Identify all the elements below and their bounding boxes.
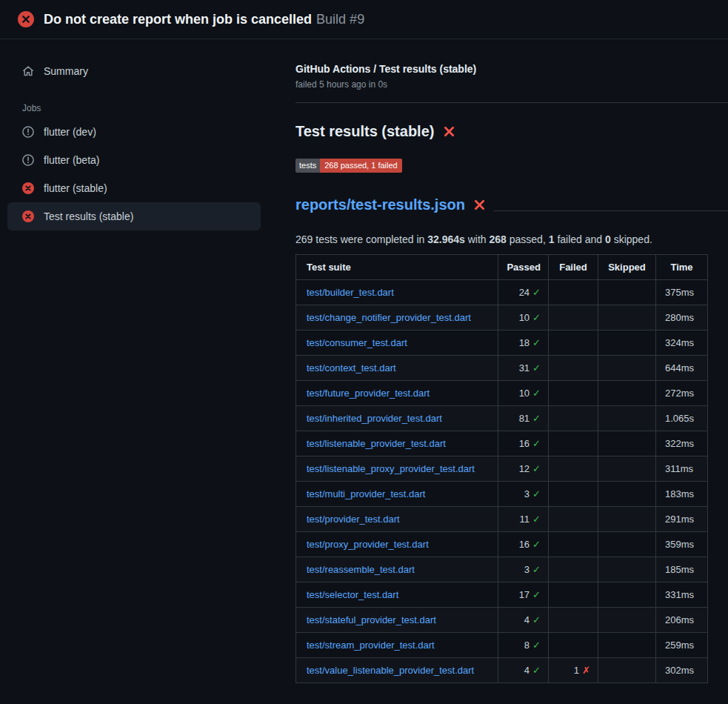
failed-cell: [549, 481, 598, 506]
time-cell: 359ms: [656, 531, 708, 557]
build-failed-icon: [18, 11, 34, 27]
time-cell: 272ms: [656, 380, 708, 405]
table-row: test/stream_provider_test.dart 8✓ 259ms: [296, 632, 708, 657]
table-row: test/inherited_provider_test.dart 81✓ 1.…: [296, 405, 708, 431]
col-header-passed: Passed: [498, 254, 549, 279]
summary-text: 269 tests were completed in: [295, 233, 427, 245]
test-suite-link[interactable]: test/builder_test.dart: [307, 287, 394, 298]
skipped-cell: [598, 506, 656, 531]
failed-status-icon: [22, 210, 34, 222]
test-suite-link[interactable]: test/listenable_provider_test.dart: [307, 438, 446, 449]
table-header-row: Test suite Passed Failed Skipped Time: [296, 254, 708, 279]
passed-cell: 17✓: [498, 582, 549, 607]
time-cell: 206ms: [656, 607, 708, 632]
suite-cell: test/value_listenable_provider_test.dart: [296, 657, 498, 683]
main-content: GitHub Actions / Test results (stable) f…: [261, 39, 728, 704]
sidebar-item-summary[interactable]: Summary: [7, 59, 261, 84]
test-suite-link[interactable]: test/stateful_provider_test.dart: [307, 614, 436, 625]
check-icon: ✓: [532, 640, 541, 651]
divider: [295, 102, 728, 103]
table-row: test/listenable_provider_test.dart 16✓ 3…: [296, 431, 708, 456]
suite-cell: test/consumer_test.dart: [296, 330, 498, 355]
test-suite-link[interactable]: test/value_listenable_provider_test.dart: [307, 665, 474, 676]
time-cell: 183ms: [656, 481, 708, 506]
passed-cell: 81✓: [498, 405, 549, 431]
skipped-cell: [598, 456, 656, 481]
time-cell: 322ms: [656, 431, 708, 456]
test-suite-link[interactable]: test/stream_provider_test.dart: [307, 640, 435, 651]
skipped-cell: [598, 582, 656, 607]
failed-cell: [549, 330, 598, 355]
neutral-status-icon: [22, 126, 34, 138]
skipped-cell: [598, 405, 656, 431]
tests-badge: tests 268 passed, 1 failed: [295, 159, 402, 173]
skipped-cell: [598, 431, 656, 456]
sidebar-job-flutter-stable[interactable]: flutter (stable): [7, 174, 261, 202]
test-suite-link[interactable]: test/reassemble_test.dart: [307, 564, 415, 575]
suite-cell: test/stateful_provider_test.dart: [296, 607, 498, 632]
skipped-cell: [598, 531, 656, 557]
test-suite-link[interactable]: test/selector_test.dart: [307, 589, 398, 600]
sidebar-job-test-results-stable[interactable]: Test results (stable): [7, 202, 261, 230]
test-suite-link[interactable]: test/provider_test.dart: [307, 514, 400, 525]
build-title-text: Do not create report when job is cancell…: [44, 12, 312, 27]
run-status-text: failed 5 hours ago in 0s: [295, 79, 728, 90]
build-header: Do not create report when job is cancell…: [0, 0, 728, 39]
sidebar-job-flutter-dev[interactable]: flutter (dev): [7, 118, 261, 146]
test-suite-link[interactable]: test/change_notifier_provider_test.dart: [307, 312, 471, 323]
test-suite-link[interactable]: test/inherited_provider_test.dart: [307, 413, 442, 424]
sidebar-summary-label: Summary: [44, 65, 88, 77]
failed-cell: [549, 456, 598, 481]
test-suite-link[interactable]: test/future_provider_test.dart: [307, 388, 430, 399]
failed-cell: [549, 607, 598, 632]
suite-cell: test/selector_test.dart: [296, 582, 498, 607]
table-row: test/multi_provider_test.dart 3✓ 183ms: [296, 481, 708, 506]
check-icon: ✓: [532, 564, 541, 575]
failed-cell: [549, 632, 598, 657]
summary-text: failed and: [555, 233, 606, 245]
summary-skipped-count: 0: [605, 233, 611, 245]
time-cell: 324ms: [656, 330, 708, 355]
suite-cell: test/provider_test.dart: [296, 506, 498, 531]
test-suite-link[interactable]: test/consumer_test.dart: [307, 337, 407, 348]
breadcrumb: GitHub Actions / Test results (stable): [295, 63, 728, 75]
passed-cell: 11✓: [498, 506, 549, 531]
report-file-link[interactable]: reports/test-results.json: [295, 196, 465, 213]
results-table-body: test/builder_test.dart 24✓ 375ms test/ch…: [296, 279, 708, 683]
skipped-cell: [598, 557, 656, 582]
home-icon: [22, 65, 34, 77]
table-row: test/context_test.dart 31✓ 644ms: [296, 355, 708, 380]
test-suite-link[interactable]: test/listenable_proxy_provider_test.dart: [307, 463, 475, 474]
skipped-cell: [598, 279, 656, 305]
build-number: Build #9: [316, 12, 364, 27]
suite-cell: test/reassemble_test.dart: [296, 557, 498, 582]
neutral-status-icon: [22, 154, 34, 166]
table-row: test/proxy_provider_test.dart 16✓ 359ms: [296, 531, 708, 557]
table-row: test/selector_test.dart 17✓ 331ms: [296, 582, 708, 607]
check-icon: ✓: [532, 312, 541, 323]
table-row: test/listenable_proxy_provider_test.dart…: [296, 456, 708, 481]
summary-duration: 32.964s: [427, 233, 465, 245]
suite-cell: test/listenable_provider_test.dart: [296, 431, 498, 456]
skipped-cell: [598, 607, 656, 632]
check-icon: ✓: [532, 614, 541, 625]
test-suite-link[interactable]: test/proxy_provider_test.dart: [307, 539, 429, 550]
table-row: test/consumer_test.dart 18✓ 324ms: [296, 330, 708, 355]
time-cell: 302ms: [656, 657, 708, 683]
job-label: flutter (stable): [44, 182, 107, 194]
time-cell: 280ms: [656, 305, 708, 330]
passed-cell: 18✓: [498, 330, 549, 355]
failed-cell: [549, 355, 598, 380]
sidebar-job-flutter-beta[interactable]: flutter (beta): [7, 146, 261, 174]
skipped-cell: [598, 305, 656, 330]
skipped-cell: [598, 330, 656, 355]
time-cell: 644ms: [656, 355, 708, 380]
suite-cell: test/builder_test.dart: [296, 279, 498, 305]
test-suite-link[interactable]: test/multi_provider_test.dart: [307, 488, 425, 499]
cross-icon: ✗: [582, 665, 590, 676]
table-row: test/stateful_provider_test.dart 4✓ 206m…: [296, 607, 708, 632]
test-suite-link[interactable]: test/context_test.dart: [307, 362, 396, 373]
check-icon: ✓: [532, 488, 541, 499]
job-label: flutter (beta): [44, 154, 99, 166]
passed-cell: 3✓: [498, 481, 549, 506]
